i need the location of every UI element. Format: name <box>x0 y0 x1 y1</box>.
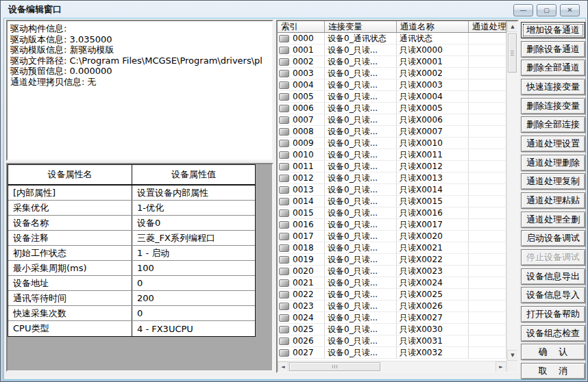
channel-variable-cell: 设备0_只读... <box>325 301 397 312</box>
vertical-scroll-thumb[interactable] <box>508 34 517 73</box>
property-row[interactable]: 初始工作状态 1 - 启动 <box>8 246 255 261</box>
channel-table-row[interactable]: 0006 设备0_只读... 只读X0005 <box>278 103 506 114</box>
action-button[interactable]: 删除连接变量 <box>521 98 585 114</box>
channel-table-row[interactable]: 0027 设备0_只读... 只读X0032 <box>278 347 506 359</box>
action-button[interactable]: 通道处理粘贴 <box>521 192 585 209</box>
channel-table-row[interactable]: 0005 设备0_只读... 只读X0004 <box>278 91 506 103</box>
channel-table-row[interactable]: 0007 设备0_只读... 只读X0006 <box>278 114 506 126</box>
property-row[interactable]: 设备地址 0 <box>8 276 255 291</box>
channel-name-cell: 只读X0011 <box>397 149 469 161</box>
chip-icon <box>279 244 289 252</box>
property-row[interactable]: 快速采集次数 0 <box>8 306 255 321</box>
channel-table-row[interactable]: 0008 设备0_只读... 只读X0007 <box>278 126 506 138</box>
channel-index: 0013 <box>293 185 314 194</box>
property-row[interactable]: 设备名称 设备0 <box>8 216 255 231</box>
titlebar[interactable]: 设备编辑窗口 — ▢ ✕ <box>1 1 587 18</box>
action-button[interactable]: 停止设备调试 <box>521 249 585 266</box>
channel-index-cell: 0002 <box>278 56 325 68</box>
channel-table-row[interactable]: 0013 设备0_只读... 只读X0014 <box>278 184 506 196</box>
action-button[interactable]: 设备组态检查 <box>521 325 585 342</box>
channel-process-column-header[interactable]: 通道处理 <box>469 21 506 33</box>
scroll-left-button[interactable]: ◄ <box>278 361 289 372</box>
close-button[interactable]: ✕ <box>560 4 580 16</box>
chip-icon <box>279 349 289 357</box>
channel-name-cell: 只读X0004 <box>397 91 469 103</box>
property-name-cell: 设备注释 <box>8 231 132 245</box>
channel-index-cell: 0008 <box>278 126 325 138</box>
channel-table-row[interactable]: 0016 设备0_只读... 只读X0017 <box>278 219 506 231</box>
channel-table-row[interactable]: 0023 设备0_只读... 只读X0026 <box>278 301 506 312</box>
vertical-scroll-track[interactable] <box>507 32 517 350</box>
property-row[interactable]: 设备注释 三菱_FX系列编程口 <box>8 231 255 246</box>
channel-table-row[interactable]: 0011 设备0_只读... 只读X0012 <box>278 161 506 173</box>
property-row[interactable]: CPU类型 4 - FX3UCPU <box>8 321 255 336</box>
channel-table-row[interactable]: 0020 设备0_只读... 只读X0023 <box>278 266 506 277</box>
channel-index: 0008 <box>293 127 314 136</box>
action-button[interactable]: 删除设备通道 <box>521 41 585 58</box>
channel-table-row[interactable]: 0001 设备0_只读... 只读X0000 <box>278 44 506 56</box>
action-button[interactable]: 通道处理复制 <box>521 173 585 190</box>
action-button[interactable]: 通道处理设置 <box>521 136 585 152</box>
property-row[interactable]: 通讯等待时间 200 <box>8 291 255 306</box>
channel-table-row[interactable]: 0009 设备0_只读... 只读X0010 <box>278 138 506 149</box>
maximize-button[interactable]: ▢ <box>537 4 556 16</box>
channel-table-row[interactable]: 0017 设备0_只读... 只读X0020 <box>278 231 506 242</box>
action-button[interactable]: 删除全部连接 <box>521 116 585 133</box>
action-button[interactable]: 通道处理全删 <box>521 212 585 228</box>
horizontal-scroll-thumb[interactable] <box>289 362 380 371</box>
channel-table-row[interactable]: 0000 设备0_通讯状态 通讯状态 <box>278 33 506 44</box>
channel-process-cell <box>469 207 506 219</box>
action-button[interactable]: 增加设备通道 <box>521 22 585 38</box>
property-row[interactable]: [内部属性] 设置设备内部属性 <box>8 186 255 201</box>
channel-table-row[interactable]: 0019 设备0_只读... 只读X0022 <box>278 254 506 266</box>
channel-index-cell: 0019 <box>278 254 325 266</box>
device-property-panel: 设备属性名 设备属性值 [内部属性] 设置设备内部属性 采集优化 1-优化 <box>6 163 273 372</box>
channel-index-cell: 0007 <box>278 114 325 126</box>
action-button[interactable]: 快速连接变量 <box>521 79 585 95</box>
horizontal-scroll-track[interactable] <box>289 361 495 372</box>
chip-icon <box>279 151 289 159</box>
channel-table-row[interactable]: 0022 设备0_只读... 只读X0025 <box>278 289 506 301</box>
channel-table-row[interactable]: 0025 设备0_只读... 只读X0030 <box>278 324 506 335</box>
channel-table-row[interactable]: 0012 设备0_只读... 只读X0013 <box>278 173 506 184</box>
channel-variable-cell: 设备0_只读... <box>325 79 397 91</box>
minimize-button[interactable]: — <box>513 4 533 16</box>
channel-name-cell: 只读X0024 <box>397 277 469 289</box>
channel-table-row[interactable]: 0021 设备0_只读... 只读X0024 <box>278 277 506 289</box>
action-button[interactable]: 取 消 <box>521 363 585 379</box>
action-button[interactable]: 打开设备帮助 <box>521 306 585 322</box>
scroll-right-button[interactable]: ► <box>495 361 506 372</box>
index-column-header[interactable]: 索引 <box>278 21 325 33</box>
action-button[interactable]: 设备信息导入 <box>521 287 585 303</box>
driver-info-line: 驱动文件路径: C:\Program Files\MCGSE\Program\d… <box>10 55 269 66</box>
scroll-up-icon: ▲ <box>511 24 514 29</box>
property-row[interactable]: 采集优化 1-优化 <box>8 201 255 216</box>
action-button[interactable]: 删除全部通道 <box>521 60 585 76</box>
channel-table-row[interactable]: 0010 设备0_只读... 只读X0011 <box>278 149 506 161</box>
channel-table-row[interactable]: 0015 设备0_只读... 只读X0016 <box>278 207 506 219</box>
action-button[interactable]: 启动设备调试 <box>521 230 585 246</box>
channel-index: 0024 <box>293 313 314 322</box>
channel-variable-cell: 设备0_只读... <box>325 114 397 126</box>
scroll-down-button[interactable]: ▼ <box>507 350 517 361</box>
scroll-up-button[interactable]: ▲ <box>507 21 517 32</box>
channel-name-column-header[interactable]: 通道名称 <box>397 21 469 33</box>
channel-table-row[interactable]: 0026 设备0_只读... 只读X0031 <box>278 335 506 347</box>
channel-table-row[interactable]: 0024 设备0_只读... 只读X0027 <box>278 312 506 324</box>
channel-index-cell: 0016 <box>278 219 325 231</box>
chip-icon <box>279 279 289 287</box>
channel-variable-cell: 设备0_通讯状态 <box>325 33 397 44</box>
property-row[interactable]: 最小采集周期(ms) 100 <box>8 261 255 276</box>
variable-column-header[interactable]: 连接变量 <box>325 21 397 33</box>
channel-name-cell: 只读X0014 <box>397 184 469 196</box>
action-button[interactable]: 确 认 <box>521 344 585 360</box>
scroll-down-icon: ▼ <box>511 353 514 358</box>
action-button[interactable]: 通道处理删除 <box>521 155 585 171</box>
channel-process-cell <box>469 242 506 254</box>
action-button[interactable]: 设备信息导出 <box>521 268 585 285</box>
channel-table-row[interactable]: 0014 设备0_只读... 只读X0015 <box>278 196 506 207</box>
channel-table-row[interactable]: 0003 设备0_只读... 只读X0002 <box>278 68 506 79</box>
channel-table-row[interactable]: 0018 设备0_只读... 只读X0021 <box>278 242 506 254</box>
channel-table-row[interactable]: 0004 设备0_只读... 只读X0003 <box>278 79 506 91</box>
channel-table-row[interactable]: 0002 设备0_只读... 只读X0001 <box>278 56 506 68</box>
